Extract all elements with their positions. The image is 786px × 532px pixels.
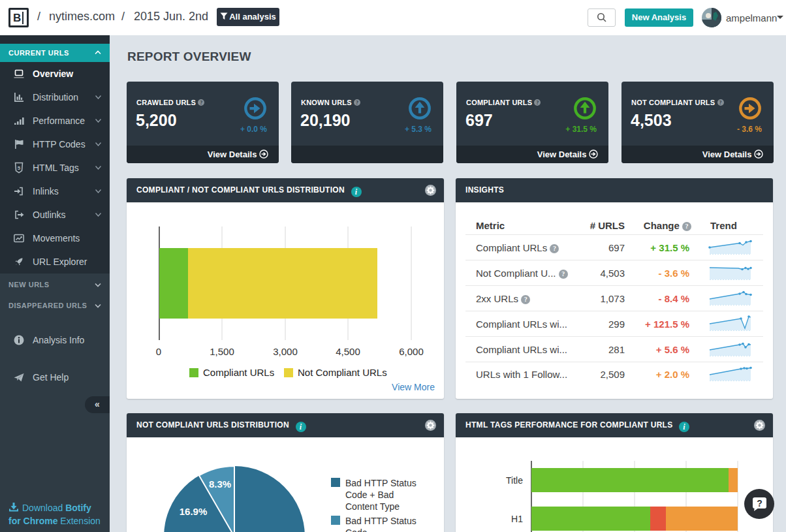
svg-text:5: 5 [18,165,21,171]
svg-text:16.9%: 16.9% [180,506,208,517]
svg-text:8.3%: 8.3% [209,478,231,490]
svg-text:?: ? [757,498,762,509]
